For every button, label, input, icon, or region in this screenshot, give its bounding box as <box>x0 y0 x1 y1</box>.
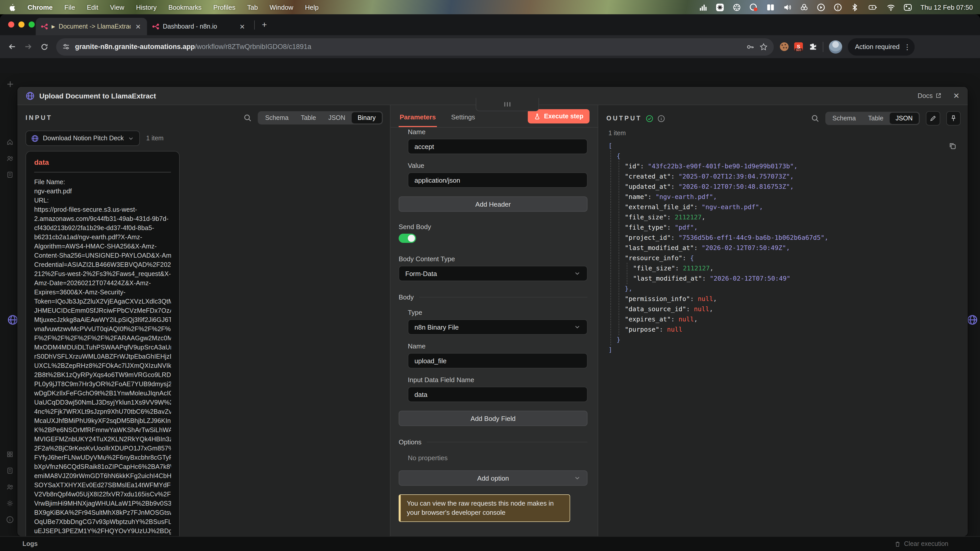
body-content-type-select[interactable]: Form-Data <box>399 266 587 281</box>
header-value-input[interactable]: application/json <box>408 172 587 188</box>
add-body-field-button[interactable]: Add Body Field <box>399 411 587 426</box>
body-name-input[interactable]: upload_file <box>408 353 587 368</box>
tab-document-llamaextract[interactable]: ▶ Document -> LlamaExtract ✕ <box>36 18 147 35</box>
tab-dashboard-n8n[interactable]: Dashboard - n8n.io ✕ <box>147 18 251 35</box>
input-tab-schema[interactable]: Schema <box>259 112 295 124</box>
menu-profiles[interactable]: Profiles <box>213 3 235 11</box>
body-type-select[interactable]: n8n Binary File <box>408 319 587 335</box>
input-source-dropdown[interactable]: Download Notion Pitch Deck <box>25 130 140 146</box>
apple-menu-icon[interactable] <box>7 3 16 11</box>
sidebar-home-icon[interactable] <box>6 138 14 146</box>
bookmark-star-icon[interactable] <box>759 43 768 51</box>
input-search-icon[interactable] <box>244 114 252 122</box>
tab-close-icon[interactable]: ✕ <box>134 23 142 30</box>
screen-recording-icon[interactable] <box>749 3 758 11</box>
panel-drag-handle[interactable] <box>476 98 539 111</box>
tab-parameters[interactable]: Parameters <box>399 113 437 127</box>
node-title[interactable]: Upload Document to LlamaExtract <box>39 92 156 100</box>
output-panel: OUTPUT SchemaTableJSON 1 item [{"id": "4… <box>598 105 968 536</box>
workflow-node-globe-icon[interactable] <box>7 314 18 326</box>
edit-output-button[interactable] <box>926 111 940 125</box>
input-tab-binary[interactable]: Binary <box>352 112 382 124</box>
workflow-node-globe-icon[interactable] <box>967 314 978 326</box>
output-tab-table[interactable]: Table <box>862 113 890 124</box>
output-search-icon[interactable] <box>811 114 819 122</box>
menu-view[interactable]: View <box>110 3 124 11</box>
menu-tab[interactable]: Tab <box>247 3 258 11</box>
input-tab-table[interactable]: Table <box>295 112 322 124</box>
menu-window[interactable]: Window <box>270 3 293 11</box>
sidebar-users-icon[interactable] <box>6 155 14 162</box>
action-required-button[interactable]: Action required ⋮ <box>848 38 915 56</box>
control-center-icon[interactable] <box>904 3 912 11</box>
output-tab-json[interactable]: JSON <box>889 113 919 124</box>
add-header-button[interactable]: Add Header <box>399 197 587 212</box>
header-name-input[interactable]: accept <box>408 139 587 154</box>
input-data-field-input[interactable]: data <box>408 387 587 402</box>
password-key-icon[interactable] <box>746 43 754 51</box>
reload-button[interactable] <box>37 39 52 54</box>
sidebar-doc-icon[interactable] <box>6 467 14 475</box>
execute-step-button[interactable]: Execute step <box>528 109 590 124</box>
info-icon[interactable] <box>658 114 665 122</box>
parameters-scroll[interactable]: Name accept Value application/json Add H… <box>390 127 598 536</box>
forward-button[interactable] <box>21 39 36 54</box>
pin-data-button[interactable] <box>946 111 961 125</box>
extensions-puzzle-icon[interactable] <box>808 42 817 51</box>
browser-toolbar: granite-n8n.granite-automations.app/work… <box>0 35 980 58</box>
menu-help[interactable]: Help <box>305 3 319 11</box>
minimize-window-button[interactable] <box>18 21 24 27</box>
menu-bookmarks[interactable]: Bookmarks <box>169 3 202 11</box>
tab-settings[interactable]: Settings <box>450 113 476 127</box>
url-host: granite-n8n.granite-automations.app <box>75 43 195 51</box>
sidebar-settings-icon[interactable] <box>6 499 14 507</box>
sidebar-add-icon[interactable] <box>6 80 14 88</box>
binary-field-name[interactable]: data <box>34 158 171 166</box>
url-label: URL: <box>34 196 171 205</box>
time-machine-alert-icon[interactable] <box>834 3 842 11</box>
sidebar-templates-icon[interactable] <box>6 171 14 179</box>
pencil-icon <box>929 115 937 122</box>
openai-menubar-icon[interactable] <box>733 3 741 11</box>
logs-toggle[interactable]: Logs <box>22 540 38 548</box>
output-json-view[interactable]: [{"id": "43fc22b3-e90f-401f-be90-1d9e99b… <box>608 141 963 355</box>
modal-close-icon[interactable]: ✕ <box>953 91 959 100</box>
profile-avatar[interactable] <box>829 40 842 53</box>
sidebar-help-icon[interactable] <box>6 516 14 524</box>
back-button[interactable] <box>4 39 19 54</box>
cookie-extension-icon[interactable] <box>780 42 789 51</box>
wifi-icon[interactable] <box>887 3 896 11</box>
toggle-knob <box>408 235 415 242</box>
add-option-button[interactable]: Add option <box>399 470 587 486</box>
menu-edit[interactable]: Edit <box>87 3 98 11</box>
seo-extension-icon[interactable]: SSEO <box>794 42 803 51</box>
chrome-menu-icon[interactable]: ⋮ <box>904 44 911 49</box>
output-tab-schema[interactable]: Schema <box>826 113 862 124</box>
menu-chrome[interactable]: Chrome <box>27 3 52 11</box>
address-bar[interactable]: granite-n8n.granite-automations.app/work… <box>56 38 774 56</box>
site-settings-icon[interactable] <box>62 43 70 51</box>
flower-app-icon[interactable] <box>800 3 809 11</box>
battery-charging-icon[interactable] <box>867 3 879 11</box>
sidebar-grid-icon[interactable] <box>6 451 14 458</box>
menu-file[interactable]: File <box>64 3 75 11</box>
menu-history[interactable]: History <box>136 3 157 11</box>
stats-menubar-icon[interactable] <box>699 3 708 11</box>
close-window-button[interactable] <box>8 21 14 27</box>
volume-icon[interactable] <box>783 3 792 11</box>
bluetooth-icon[interactable] <box>851 3 859 11</box>
tab-close-icon[interactable]: ✕ <box>239 23 246 30</box>
zoom-window-button[interactable] <box>29 21 35 27</box>
send-body-toggle[interactable] <box>399 233 416 243</box>
docs-link[interactable]: Docs <box>918 92 942 100</box>
new-tab-button[interactable]: + <box>258 20 271 30</box>
snowflake-app-icon[interactable] <box>716 3 724 11</box>
sidebar-users2-icon[interactable] <box>6 483 14 491</box>
input-tab-json[interactable]: JSON <box>322 112 352 124</box>
input-item-count: 1 item <box>146 135 164 142</box>
clear-execution-button[interactable]: Clear execution <box>894 540 948 548</box>
play-circle-menubar-icon[interactable] <box>817 3 826 11</box>
window-layout-icon[interactable] <box>767 3 775 11</box>
menubar-clock[interactable]: Thu 12 Feb 07:50 <box>921 3 973 11</box>
url-text[interactable]: granite-n8n.granite-automations.app/work… <box>75 43 741 51</box>
